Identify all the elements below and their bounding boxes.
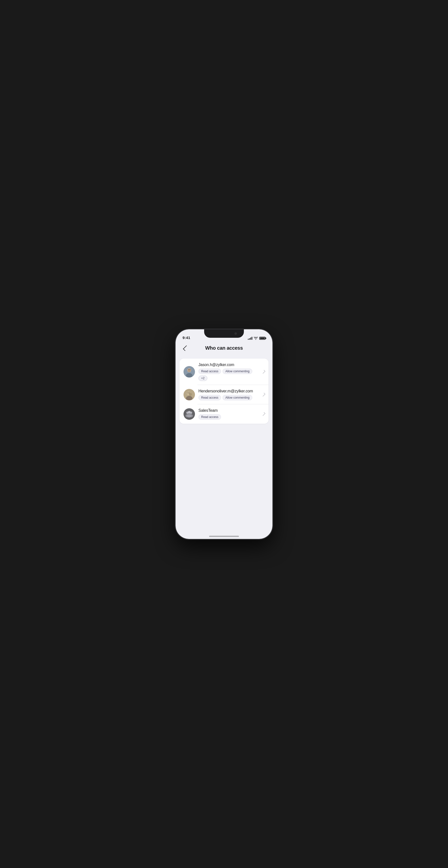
notch [204,329,244,338]
item-tags: Read access [198,414,260,420]
group-avatar [184,408,195,420]
back-button[interactable] [181,344,190,353]
tag-read-access: Read access [198,369,221,374]
nav-header: Who can access [175,342,273,356]
avatar [184,389,195,400]
user-email: Hendersonoliver.m@zylker.com [198,389,260,393]
tag-read-access: Read access [198,395,221,400]
tag-read-access: Read access [198,414,221,420]
status-time: 9:41 [183,336,190,340]
svg-point-7 [189,393,192,396]
chevron-right-icon [261,370,265,374]
item-tags: Read access Allow commenting +2 [198,369,260,381]
svg-point-3 [188,369,189,370]
phone-frame: 9:41 [175,329,273,539]
notch-camera [234,332,237,335]
user-avatar-jason [184,366,195,377]
svg-point-10 [189,393,190,393]
svg-point-9 [188,393,189,393]
user-email: SalesTeam [198,408,260,413]
home-indicator [209,536,239,537]
battery-icon [259,337,265,340]
svg-point-17 [187,414,191,417]
svg-point-4 [190,369,190,370]
chevron-right-icon [261,412,265,416]
svg-point-16 [188,411,191,413]
list-item[interactable]: SalesTeam Read access [180,404,268,424]
avatar [184,408,195,420]
tag-extra-count: +2 [198,375,207,381]
item-info: SalesTeam Read access [198,408,260,420]
list-item[interactable]: Jason.h@zylker.com Read access Allow com… [180,359,268,385]
users-card: Jason.h@zylker.com Read access Allow com… [180,359,268,424]
svg-point-1 [187,368,191,372]
avatar [184,366,195,377]
item-tags: Read access Allow commenting [198,395,260,400]
user-avatar-henderson [184,389,195,400]
user-email: Jason.h@zylker.com [198,363,260,367]
wifi-icon [254,337,258,340]
battery-fill [260,338,265,339]
content-area: Jason.h@zylker.com Read access Allow com… [175,356,273,426]
chevron-right-icon [261,393,265,397]
signal-icon [248,337,252,340]
item-info: Jason.h@zylker.com Read access Allow com… [198,363,260,381]
status-icons [248,337,265,340]
phone-screen: 9:41 [175,329,273,539]
tag-allow-commenting: Allow commenting [223,369,252,374]
back-chevron-icon [183,345,189,351]
page-title: Who can access [190,345,258,351]
tag-allow-commenting: Allow commenting [223,395,252,400]
list-item[interactable]: Hendersonoliver.m@zylker.com Read access… [180,385,268,404]
item-info: Hendersonoliver.m@zylker.com Read access… [198,389,260,400]
